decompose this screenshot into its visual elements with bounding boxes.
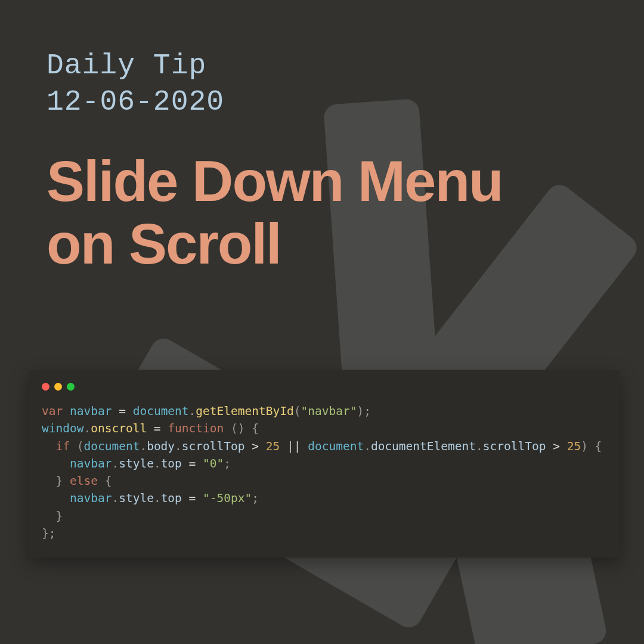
prop-top: top [161, 491, 182, 505]
num-25: 25 [266, 439, 280, 453]
title-line2: on Scroll [47, 212, 281, 275]
str-navbar: "navbar" [301, 404, 357, 418]
subtitle: Daily Tip 12-06-2020 [47, 48, 597, 121]
prop-scrolltop: scrollTop [483, 439, 546, 453]
fn-gebi: getElementById [196, 404, 293, 418]
dot: . [112, 491, 119, 505]
semi: ; [252, 491, 259, 505]
code-window: var navbar = document.getElementById("na… [29, 370, 620, 558]
num-25b: 25 [567, 439, 581, 453]
dot: . [476, 439, 483, 453]
rparen: ) [357, 404, 364, 418]
id-window: window [42, 422, 83, 435]
lparen: ( [294, 404, 301, 418]
subtitle-date: 12-06-2020 [47, 86, 224, 118]
semi: ; [49, 527, 56, 540]
minimize-icon [54, 383, 62, 391]
op-eq: = [147, 422, 168, 435]
rparen-brace: ) { [581, 439, 602, 453]
prop-body: body [147, 439, 175, 453]
dot: . [154, 457, 161, 470]
subtitle-label: Daily Tip [47, 49, 206, 82]
kw-function: function [168, 422, 224, 435]
semi: ; [364, 404, 371, 418]
prop-docel: documentElement [371, 439, 476, 453]
dot: . [175, 439, 182, 453]
op-eq: = [182, 457, 203, 470]
semi: ; [224, 457, 231, 470]
indent [42, 474, 55, 488]
header: Daily Tip 12-06-2020 Slide Down Menu on … [0, 0, 644, 275]
prop-style: style [119, 457, 154, 470]
id-navbar: navbar [70, 457, 112, 470]
prop-scrolltop: scrollTop [182, 439, 245, 453]
dot: . [83, 422, 91, 435]
title-line1: Slide Down Menu [47, 149, 503, 213]
lparen: ( [224, 422, 237, 435]
op-eq: = [182, 491, 203, 505]
str-m50: "-50px" [203, 491, 252, 505]
title: Slide Down Menu on Scroll [47, 150, 597, 275]
prop-top: top [161, 457, 182, 470]
dot: . [154, 491, 161, 505]
id-document: document [83, 439, 140, 453]
prop-onscroll: onscroll [91, 422, 147, 435]
prop-style: style [119, 491, 154, 505]
kw-if: if [55, 439, 69, 453]
indent [42, 491, 70, 505]
id-navbar: navbar [70, 491, 112, 505]
lbrace: { [252, 422, 259, 435]
rparen: ) [238, 422, 252, 435]
rbrace: } [55, 474, 63, 488]
dot: . [140, 439, 147, 453]
id-document: document [133, 404, 189, 418]
op-or: || [280, 439, 308, 453]
maximize-icon [67, 383, 75, 391]
rbrace: } [42, 527, 49, 540]
indent [42, 457, 70, 470]
dot: . [364, 439, 371, 453]
indent [42, 439, 55, 453]
dot: . [112, 457, 119, 470]
lparen: ( [77, 439, 84, 453]
id-navbar: navbar [70, 404, 112, 418]
id-document: document [308, 439, 364, 453]
code-block: var navbar = document.getElementById("na… [42, 402, 607, 542]
kw-var: var [42, 404, 63, 418]
rbrace: } [55, 509, 63, 523]
op-eq: = [112, 404, 132, 418]
window-controls [42, 383, 607, 391]
op-gt: > [245, 439, 266, 453]
op-gt: > [546, 439, 566, 453]
lbrace: { [105, 474, 112, 488]
close-icon [42, 383, 49, 391]
str-0: "0" [203, 457, 224, 470]
indent [42, 509, 55, 523]
kw-else: else [63, 474, 104, 488]
dot: . [189, 404, 196, 418]
